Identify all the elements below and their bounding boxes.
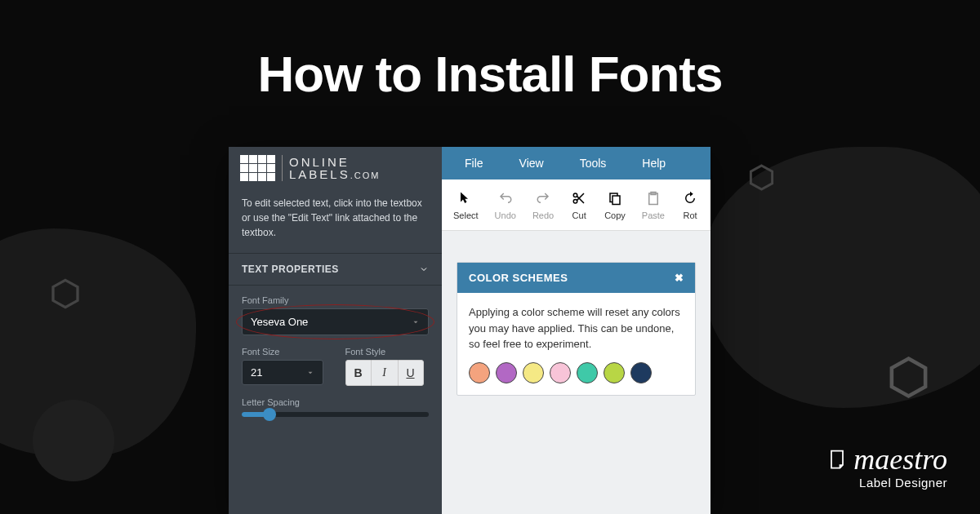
font-size-value: 21 [251, 366, 262, 379]
hexagon-icon [886, 355, 931, 400]
svg-rect-3 [612, 196, 620, 205]
tool-label: Cut [572, 210, 586, 220]
page-title: How to Install Fonts [0, 0, 980, 103]
menubar: File View Tools Help [442, 147, 710, 179]
panel-description: Applying a color scheme will reset any c… [469, 304, 684, 352]
main-area: File View Tools Help Select Undo Redo Cu… [442, 147, 710, 514]
color-swatch[interactable] [577, 362, 598, 383]
hint-text: To edit selected text, click into the te… [229, 186, 442, 253]
color-schemes-panel: COLOR SCHEMES ✖ Applying a color scheme … [457, 262, 696, 396]
toolbar: Select Undo Redo Cut Copy Paste [442, 179, 710, 231]
copy-icon [606, 189, 624, 207]
tool-cut[interactable]: Cut [562, 186, 596, 224]
font-family-value: Yeseva One [251, 316, 308, 328]
tool-copy[interactable]: Copy [596, 186, 634, 224]
logo-grid-icon [240, 155, 275, 181]
menu-file[interactable]: File [447, 147, 501, 179]
section-title: TEXT PROPERTIES [242, 264, 339, 275]
color-swatch[interactable] [469, 362, 490, 383]
bold-button[interactable]: B [345, 360, 372, 386]
tool-label: Rot [683, 210, 697, 220]
caret-down-icon [306, 369, 314, 377]
close-icon[interactable]: ✖ [675, 272, 684, 284]
bg-blob [702, 147, 980, 408]
brand-name: maestro [853, 445, 947, 474]
font-family-dropdown[interactable]: Yeseva One [242, 308, 429, 335]
tool-label: Redo [532, 210, 554, 220]
bg-circle [33, 400, 114, 481]
page-icon [826, 448, 849, 471]
menu-help[interactable]: Help [624, 147, 684, 179]
brand-subtitle: Label Designer [826, 476, 947, 490]
brand-logo: maestro Label Designer [826, 445, 947, 490]
tool-select[interactable]: Select [445, 186, 487, 224]
tool-undo[interactable]: Undo [487, 186, 524, 224]
font-size-input[interactable]: 21 [242, 360, 323, 385]
hexagon-icon [747, 163, 776, 192]
app-window: ONLINE LABELS.COM To edit selected text,… [229, 147, 710, 514]
tool-redo[interactable]: Redo [524, 186, 562, 224]
paste-icon [644, 189, 662, 207]
scissors-icon [570, 189, 588, 207]
font-style-label: Font Style [345, 347, 430, 357]
font-family-label: Font Family [242, 295, 429, 305]
divider [282, 155, 283, 181]
panel-body: Applying a color scheme will reset any c… [457, 293, 695, 395]
tool-paste[interactable]: Paste [634, 186, 673, 224]
panel-header: COLOR SCHEMES ✖ [457, 263, 695, 293]
color-swatch[interactable] [630, 362, 652, 383]
hexagon-icon [49, 277, 82, 310]
font-size-label: Font Size [242, 347, 326, 357]
italic-button[interactable]: I [372, 360, 398, 386]
panel-title: COLOR SCHEMES [469, 272, 568, 284]
text-properties-panel: Font Family Yeseva One Font Size 21 Font… [229, 286, 442, 427]
color-swatches [469, 362, 684, 383]
menu-tools[interactable]: Tools [562, 147, 625, 179]
tool-label: Select [453, 210, 479, 220]
section-text-properties[interactable]: TEXT PROPERTIES [229, 253, 442, 286]
tool-label: Undo [495, 210, 516, 220]
rotate-icon [681, 189, 699, 207]
tool-label: Copy [604, 210, 626, 220]
cursor-icon [457, 189, 474, 207]
logo-line1: ONLINE [289, 156, 380, 168]
color-swatch[interactable] [550, 362, 571, 383]
font-style-buttons: B I U [345, 360, 430, 386]
tool-label: Paste [642, 210, 665, 220]
logo-line2: LABELS.COM [289, 168, 380, 180]
color-swatch[interactable] [523, 362, 544, 383]
letter-spacing-label: Letter Spacing [242, 397, 429, 407]
color-swatch[interactable] [496, 362, 517, 383]
canvas-area: COLOR SCHEMES ✖ Applying a color scheme … [442, 231, 710, 514]
color-swatch[interactable] [604, 362, 625, 383]
sidebar: ONLINE LABELS.COM To edit selected text,… [229, 147, 442, 514]
undo-icon [497, 189, 514, 207]
logo: ONLINE LABELS.COM [229, 147, 442, 186]
tool-rotate[interactable]: Rot [673, 186, 707, 224]
underline-button[interactable]: U [398, 360, 424, 386]
slider-thumb[interactable] [263, 408, 276, 421]
caret-down-icon [412, 318, 420, 326]
chevron-down-icon [419, 264, 429, 274]
menu-view[interactable]: View [501, 147, 562, 179]
redo-icon [534, 189, 552, 207]
logo-text: ONLINE LABELS.COM [289, 156, 380, 180]
letter-spacing-slider[interactable] [242, 412, 429, 417]
